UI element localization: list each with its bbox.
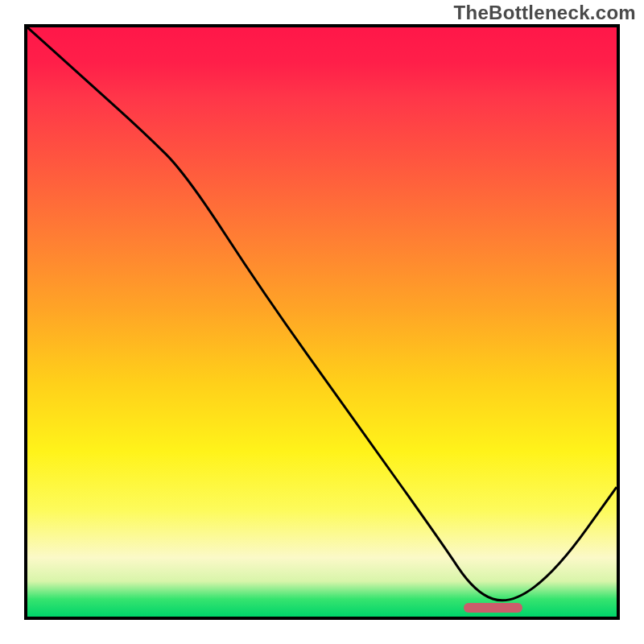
watermark-text: TheBottleneck.com	[454, 2, 636, 24]
chart-container: TheBottleneck.com	[0, 0, 644, 644]
optimum-marker	[464, 603, 522, 613]
plot-frame	[24, 24, 620, 620]
gradient-background	[27, 27, 617, 617]
